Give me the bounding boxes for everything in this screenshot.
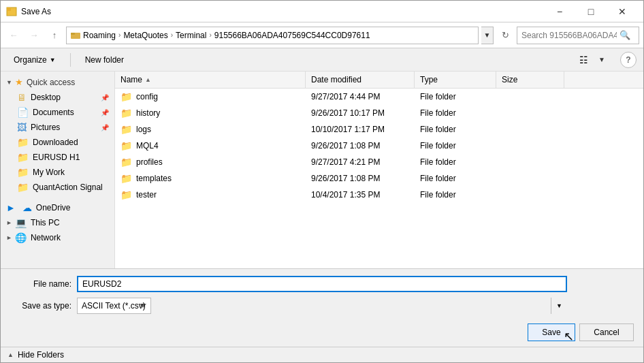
- forward-button[interactable]: →: [25, 27, 43, 44]
- desktop-label: Desktop: [31, 93, 61, 102]
- file-date-cell: 9/26/2017 10:17 PM: [306, 105, 415, 121]
- back-button[interactable]: ←: [5, 27, 22, 44]
- thispc-collapse-arrow: ►: [6, 219, 12, 226]
- title-bar-buttons: − □ ✕: [544, 1, 638, 22]
- search-icon: 🔍: [619, 30, 630, 40]
- hide-folders-arrow: ▲: [7, 351, 14, 358]
- eurusd-label: EURUSD H1: [33, 153, 80, 162]
- table-row[interactable]: 📁 logs 10/10/2017 1:17 PM File folder: [115, 121, 643, 138]
- close-button[interactable]: ✕: [607, 1, 638, 22]
- table-row[interactable]: 📁 history 9/26/2017 10:17 PM File folder: [115, 105, 643, 121]
- file-size-cell: [496, 154, 564, 170]
- organize-label: Organize: [14, 55, 47, 65]
- table-row[interactable]: 📁 config 9/27/2017 4:44 PM File folder: [115, 89, 643, 105]
- pictures-pin-icon: 📌: [101, 124, 109, 131]
- filename-input[interactable]: [77, 276, 567, 292]
- new-folder-button[interactable]: New folder: [79, 52, 130, 68]
- address-dropdown-button[interactable]: ▼: [481, 27, 494, 44]
- eurusd-icon: 📁: [17, 152, 29, 163]
- file-type-cell: File folder: [415, 170, 496, 186]
- network-collapse-arrow: ►: [6, 234, 12, 241]
- file-type-cell: File folder: [415, 89, 496, 104]
- col-header-name[interactable]: Name ▲: [115, 72, 306, 88]
- file-size-cell: [496, 138, 564, 153]
- path-metaquotes: MetaQuotes: [123, 31, 167, 40]
- table-row[interactable]: 📁 MQL4 9/26/2017 1:08 PM File folder: [115, 138, 643, 154]
- col-header-type[interactable]: Type: [415, 72, 496, 88]
- sidebar-item-network[interactable]: ► 🌐 Network: [1, 230, 114, 245]
- hide-folders-label: Hide Folders: [18, 350, 64, 360]
- bottom-actions: Save ↖ Cancel: [1, 321, 643, 347]
- folder-nav-icon: [71, 31, 80, 40]
- network-icon: 🌐: [15, 232, 27, 243]
- table-row[interactable]: 📁 tester 10/4/2017 1:35 PM File folder: [115, 187, 643, 203]
- save-button-wrapper: Save ↖: [528, 323, 575, 341]
- table-row[interactable]: 📁 profiles 9/27/2017 4:21 PM File folder: [115, 154, 643, 170]
- file-date-cell: 10/10/2017 1:17 PM: [306, 121, 415, 137]
- minimize-button[interactable]: −: [544, 1, 575, 22]
- mywork-label: My Work: [33, 168, 65, 177]
- sidebar-item-eurusd[interactable]: 📁 EURUSD H1: [1, 150, 114, 165]
- organize-button[interactable]: Organize ▼: [7, 52, 62, 68]
- file-date-cell: 9/26/2017 1:08 PM: [306, 170, 415, 186]
- filename-row: File name:: [10, 276, 634, 292]
- hide-folders-button[interactable]: ▲ Hide Folders: [1, 347, 643, 362]
- file-folder-icon: 📁: [120, 91, 132, 102]
- file-list-container: Name ▲ Date modified Type Size 📁 config …: [115, 72, 643, 268]
- thispc-icon: 💻: [15, 217, 27, 228]
- cancel-button[interactable]: Cancel: [579, 323, 634, 341]
- savetype-dropdown-arrow: ▼: [551, 298, 567, 314]
- sidebar-item-mywork[interactable]: 📁 My Work: [1, 165, 114, 180]
- file-size-cell: [496, 187, 564, 202]
- address-path[interactable]: Roaming › MetaQuotes › Terminal › 915566…: [66, 27, 479, 44]
- file-name-cell: 📁 history: [115, 105, 306, 121]
- file-folder-icon: 📁: [120, 157, 132, 168]
- sidebar-item-onedrive[interactable]: ► ☁ OneDrive: [1, 200, 114, 215]
- name-sort-arrow: ▲: [145, 76, 151, 83]
- help-button[interactable]: ?: [620, 52, 637, 68]
- sidebar-item-pictures[interactable]: 🖼 Pictures 📌: [1, 120, 114, 135]
- search-box[interactable]: 🔍: [517, 27, 639, 44]
- file-size-cell: [496, 121, 564, 137]
- quantaction-icon: 📁: [17, 182, 29, 193]
- pictures-icon: 🖼: [17, 122, 27, 133]
- onedrive-section: ► ☁ OneDrive: [1, 200, 114, 215]
- quick-access-label: Quick access: [27, 78, 75, 87]
- new-folder-label: New folder: [85, 55, 124, 65]
- view-button[interactable]: ☷: [574, 52, 593, 68]
- file-name-cell: 📁 profiles: [115, 154, 306, 170]
- onedrive-icon: ☁: [22, 202, 32, 213]
- organize-dropdown-arrow: ▼: [50, 57, 56, 63]
- file-list-header: Name ▲ Date modified Type Size: [115, 72, 643, 89]
- quick-access-star-icon: ★: [15, 77, 23, 87]
- desktop-icon: 🖥: [17, 92, 27, 103]
- sidebar: ▼ ★ Quick access 🖥 Desktop 📌 📄 Documents…: [1, 72, 115, 268]
- bottom-area: File name: Save as type: ASCII Text (*.c…: [1, 268, 643, 321]
- sidebar-item-desktop[interactable]: 🖥 Desktop 📌: [1, 90, 114, 105]
- onedrive-collapse-arrow: ►: [6, 202, 16, 213]
- save-button[interactable]: Save: [528, 323, 575, 341]
- sidebar-item-thispc[interactable]: ► 💻 This PC: [1, 215, 114, 230]
- file-folder-icon: 📁: [120, 124, 132, 135]
- search-input[interactable]: [521, 31, 617, 40]
- sidebar-item-quantaction[interactable]: 📁 QuantAction Signal: [1, 180, 114, 195]
- file-name-cell: 📁 logs: [115, 121, 306, 137]
- filename-label: File name:: [10, 279, 71, 289]
- col-header-size[interactable]: Size: [496, 72, 564, 88]
- refresh-button[interactable]: ↻: [496, 27, 514, 44]
- table-row[interactable]: 📁 templates 9/26/2017 1:08 PM File folde…: [115, 170, 643, 187]
- file-type-cell: File folder: [415, 105, 496, 121]
- maximize-button[interactable]: □: [575, 1, 607, 22]
- file-folder-icon: 📁: [120, 140, 132, 151]
- up-button[interactable]: ↑: [46, 27, 63, 44]
- savetype-select[interactable]: ASCII Text (*.csv): [77, 298, 151, 314]
- view-dropdown-arrow[interactable]: ▼: [598, 56, 605, 63]
- savetype-row: Save as type: ASCII Text (*.csv) ▼: [10, 298, 634, 314]
- onedrive-label: OneDrive: [36, 203, 71, 212]
- sidebar-item-downloaded[interactable]: 📁 Downloaded: [1, 135, 114, 150]
- downloaded-label: Downloaded: [33, 138, 78, 147]
- quick-access-section[interactable]: ▼ ★ Quick access: [1, 74, 114, 90]
- network-label: Network: [31, 233, 61, 242]
- col-header-date[interactable]: Date modified: [306, 72, 415, 88]
- sidebar-item-documents[interactable]: 📄 Documents 📌: [1, 105, 114, 120]
